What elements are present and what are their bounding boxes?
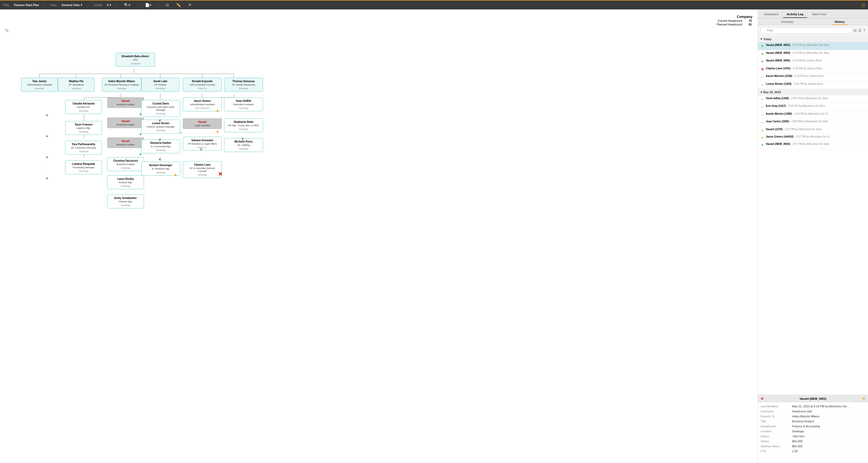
detail-row-reports: Reports To: Indira Masullo Milano [758,414,868,419]
detail-panel: ✕ Vacant (NEW_0001) ✏ Last Modified: May… [758,395,868,463]
activity-item[interactable]: + Vacant (NEW_0005) - 5:10 PM by Joshua … [758,58,868,66]
subtab-history[interactable]: History [832,19,847,25]
detail-row-status: Status: <Not Set> [758,434,868,439]
node-vacant2[interactable]: Vacant Business Analyst [107,118,144,128]
node-lubaina[interactable]: Lubaina Rangwala Purchasing Manager Sara… [65,160,102,174]
node-indira[interactable]: Indira Masullo Milano VP Financial Plann… [102,78,141,92]
node-vacant3[interactable]: Vacant Business Analyst [107,137,144,148]
chevron-down-icon: ▾ [81,3,82,7]
activity-item[interactable]: ← Louise Brown (1329) - 5:09 PM by Joshu… [758,81,868,89]
expand-taryn[interactable]: ▾ [46,134,48,138]
section-today-label: Today [763,37,772,41]
expand-lubaina[interactable]: ▾ [46,176,48,180]
activity-item[interactable]: ✕ Clayton Lane (1441) - 5:10 PM by Joshu… [758,66,868,73]
node-crystal[interactable]: Crystal Davis Inventory and Sales Order … [141,100,180,117]
node-cfo[interactable]: Elisabeth Bahs-Ahern CFO Saratoga [116,53,155,67]
view-toggle[interactable]: 👁 [187,2,193,8]
detail-row-location: Location: Saratoga [758,429,868,434]
node-ronald[interactable]: Ronald Esposito SVP & General Counsel Fi… [183,78,222,92]
node-michelle[interactable]: Michelle Perez Dir. Staffing Saratoga [224,138,263,152]
expand-sean[interactable]: ▾ [242,137,244,141]
detail-edit-button[interactable]: ✏ [862,397,865,401]
node-taryn[interactable]: Taryn Fransen Logistics Mgr. Saratoga [65,121,102,135]
activity-item[interactable]: ← Juan Carlos (1005) - 2:58 PM by Alleni… [758,119,868,127]
expand-icon[interactable]: ⟩⟩ [862,3,865,8]
activity-item[interactable]: ▲ Vacant (1375) - 2:57 PM by Allenisheo … [758,127,868,134]
zoom-tool[interactable]: 🔍▾ [122,2,132,8]
delete-indicator-clayton: ✕ [218,171,222,177]
node-tara[interactable]: Tara Parthasarathy Dir. Customer Advocac… [65,141,102,155]
add-icon: + [760,142,765,148]
detail-row-modified: Last Modified: May 22, 2023 at 5:19 PM b… [758,404,868,409]
subtab-summary[interactable]: Summary [779,19,796,25]
node-louise[interactable]: Louise Brown Finance Systems Manager Sar… [141,120,180,134]
tab-dashboard[interactable]: Dashboard [761,11,782,18]
activity-item[interactable]: ▲ Jason Givens (AA002) - 2:57 PM by Alle… [758,134,868,141]
warn-indicator-norbert: ▲ [174,172,178,177]
filter-tool[interactable]: ⊟ [164,2,170,8]
activity-item[interactable]: + Vacant (NEW_0004) - 5:14 PM by Allenis… [758,50,868,58]
node-laura[interactable]: Laura Dooley Finance Mgr. Saratoga [107,175,144,189]
right-panel: Dashboard Activity Log Talent Pool Summa… [758,9,868,463]
rp-subtabs: Summary History [758,18,868,25]
node-tato[interactable]: Tato Janely Administrative Assistant Sar… [21,78,58,92]
node-claudia[interactable]: Claudia Adriazola Facilities Dir. Sarato… [65,100,102,114]
expand-louise[interactable]: ▾ [159,137,161,142]
expand-sahana[interactable]: ▾ [200,147,202,152]
detail-rows: Last Modified: May 22, 2023 at 5:19 PM b… [758,402,868,455]
node-madhav[interactable]: Madhav Pai VP Operations Saratoga [58,78,95,92]
section-may20-label: May 20, 2023 [763,91,781,94]
detail-close-button[interactable]: ✕ [761,397,764,401]
expand-demetria[interactable]: ▾ [159,157,161,161]
move-indicator-louise: ← [179,130,183,136]
orgchart-area[interactable]: Company Current Headcount: 72 Planned He… [0,9,758,463]
add-indicator-vacant3: + [139,152,142,157]
chevron-down-icon: ▾ [761,37,762,41]
warn-icon: ▲ [760,135,765,140]
plan-value: Finance Dept Plan [14,3,39,6]
activity-item[interactable]: ← Aaron Minnick (1336) - 5:10 PM by Josh… [758,73,868,81]
search-input[interactable] [761,27,852,34]
add-icon: + [760,59,765,64]
activity-item[interactable]: + Vacant (NEW_0001) - 5:19 PM by Allenis… [758,42,868,50]
node-stephanie[interactable]: Stephanie Ratte HR Mgr - Comp, Ben, & HR… [224,119,263,132]
help-icon[interactable]: ? [863,28,865,33]
expand-crystal[interactable]: ▾ [159,119,161,123]
plan-label: Plan: [3,3,10,6]
toolbar: Plan: Finance Dept Plan | View: General … [0,0,868,9]
view-dropdown[interactable]: General View ▾ [61,3,82,7]
detail-row-title: Title: Business Analyst [758,419,868,424]
detail-row-salary: Salary: $65,000 [758,439,868,444]
node-vacant1[interactable]: Vacant Business Analyst [107,97,144,108]
node-emily[interactable]: Emily Schabacker Finance Mgr. Saratoga [107,195,144,208]
detail-row-fte: FTE: 1.00 [758,449,868,454]
activity-item[interactable]: + Vacant (NEW_0003) - 2:57 PM by Allenis… [758,141,868,149]
node-sarah[interactable]: Sarah Lake VP Finance Saratoga [141,78,180,92]
list-icon[interactable]: ☰ [858,28,862,33]
levels-dropdown[interactable]: 3 ▾ [107,3,111,7]
activity-item[interactable]: ← Austin Morton (1380) - 2:59 PM by Alle… [758,111,868,119]
export-tool[interactable]: 📄▾ [144,2,153,8]
section-may20[interactable]: ▾ May 20, 2023 [758,89,868,96]
view-label: View: [51,3,58,6]
expand-tara[interactable]: ▾ [46,155,48,159]
node-demetria[interactable]: Demetria Gaither Sr. Accounting Mgr. Sar… [141,139,180,153]
activity-item[interactable]: ← Vivek Adhia (1340) - 2:59 PM by Alleni… [758,96,868,103]
warn-indicator-vacant-legal: ▲ [215,129,220,134]
node-clayton[interactable]: Clayton Lane VP & Associate General Coun… [183,161,222,178]
node-christina[interactable]: Christina Deconcini Business Analyst Sar… [107,157,144,171]
edit-tool[interactable]: ✏️ [175,2,182,8]
expand-claudia[interactable]: ▾ [46,113,48,117]
activity-item[interactable]: ← Erin Gray (1417) - 2:59 PM by Allenish… [758,103,868,111]
tab-talent-pool[interactable]: Talent Pool [808,11,830,18]
add-indicator-vacant2: + [139,132,142,137]
search-tools: ⊟ ☰ ? [854,28,865,33]
node-sean[interactable]: Sean DeWitt Executive Assistant Saratoga [224,97,263,111]
tab-activity-log[interactable]: Activity Log [783,11,807,18]
move-icon: ← [760,74,765,80]
filter-icon[interactable]: ⊟ [854,28,857,33]
node-sahana[interactable]: Sahana Goswami VP Business & Legal Affai… [183,137,222,151]
node-vacant-legal[interactable]: Vacant Legal Assistant [183,119,222,129]
section-today[interactable]: ▾ Today [758,36,868,42]
node-thomas[interactable]: Thomas Damassa VP Human Resources Sarato… [224,78,263,92]
